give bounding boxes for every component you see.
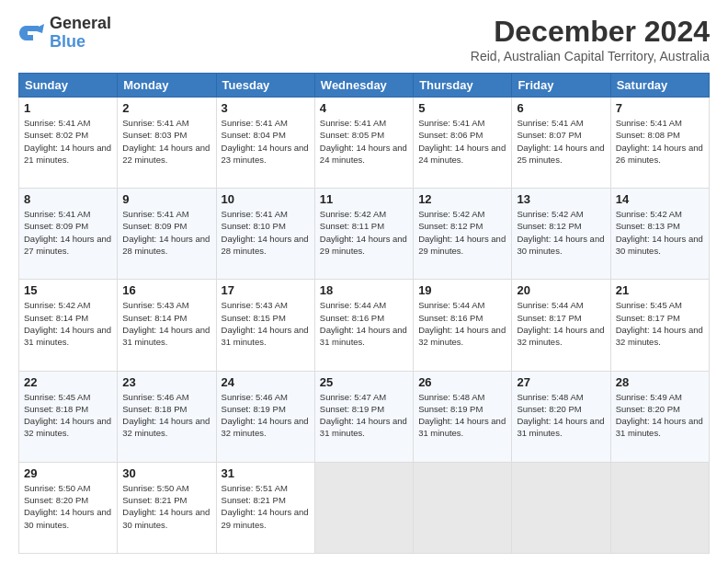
table-row: 30 Sunrise: 5:50 AMSunset: 8:21 PMDaylig… (118, 462, 216, 553)
day-number: 29 (24, 466, 112, 480)
table-row: 23 Sunrise: 5:46 AMSunset: 8:18 PMDaylig… (118, 371, 216, 462)
day-info: Sunrise: 5:41 AMSunset: 8:09 PMDaylight:… (24, 208, 112, 257)
table-row (610, 462, 709, 553)
day-info: Sunrise: 5:43 AMSunset: 8:14 PMDaylight:… (122, 299, 210, 348)
day-number: 7 (616, 101, 704, 115)
col-sunday: Sunday (19, 74, 118, 98)
table-row: 3 Sunrise: 5:41 AMSunset: 8:04 PMDayligh… (216, 98, 314, 189)
table-row: 31 Sunrise: 5:51 AMSunset: 8:21 PMDaylig… (216, 462, 314, 553)
day-number: 18 (320, 283, 408, 297)
table-row: 11 Sunrise: 5:42 AMSunset: 8:11 PMDaylig… (314, 189, 413, 280)
table-row: 17 Sunrise: 5:43 AMSunset: 8:15 PMDaylig… (216, 280, 314, 371)
day-info: Sunrise: 5:41 AMSunset: 8:09 PMDaylight:… (122, 208, 210, 257)
table-row: 29 Sunrise: 5:50 AMSunset: 8:20 PMDaylig… (19, 462, 118, 553)
table-row: 2 Sunrise: 5:41 AMSunset: 8:03 PMDayligh… (118, 98, 216, 189)
table-row: 4 Sunrise: 5:41 AMSunset: 8:05 PMDayligh… (314, 98, 413, 189)
day-number: 3 (222, 101, 310, 115)
col-saturday: Saturday (610, 74, 709, 98)
day-number: 26 (418, 375, 506, 389)
table-row (314, 462, 413, 553)
table-row: 15 Sunrise: 5:42 AMSunset: 8:14 PMDaylig… (19, 280, 118, 371)
table-row: 9 Sunrise: 5:41 AMSunset: 8:09 PMDayligh… (118, 189, 216, 280)
day-number: 12 (418, 192, 506, 206)
day-info: Sunrise: 5:41 AMSunset: 8:03 PMDaylight:… (122, 117, 210, 166)
day-info: Sunrise: 5:45 AMSunset: 8:17 PMDaylight:… (616, 299, 704, 348)
logo-icon (18, 22, 46, 44)
day-info: Sunrise: 5:50 AMSunset: 8:21 PMDaylight:… (122, 482, 210, 531)
day-info: Sunrise: 5:44 AMSunset: 8:16 PMDaylight:… (418, 299, 506, 348)
calendar-week-row: 29 Sunrise: 5:50 AMSunset: 8:20 PMDaylig… (19, 462, 710, 553)
day-number: 28 (616, 375, 704, 389)
day-number: 6 (517, 101, 605, 115)
day-number: 1 (24, 101, 112, 115)
day-number: 24 (222, 375, 310, 389)
day-info: Sunrise: 5:44 AMSunset: 8:16 PMDaylight:… (320, 299, 408, 348)
day-info: Sunrise: 5:41 AMSunset: 8:02 PMDaylight:… (24, 117, 112, 166)
day-info: Sunrise: 5:42 AMSunset: 8:12 PMDaylight:… (418, 208, 506, 257)
table-row: 21 Sunrise: 5:45 AMSunset: 8:17 PMDaylig… (610, 280, 709, 371)
calendar-week-row: 22 Sunrise: 5:45 AMSunset: 8:18 PMDaylig… (19, 371, 710, 462)
day-info: Sunrise: 5:50 AMSunset: 8:20 PMDaylight:… (24, 482, 112, 531)
day-number: 15 (24, 283, 112, 297)
day-number: 19 (418, 283, 506, 297)
table-row: 10 Sunrise: 5:41 AMSunset: 8:10 PMDaylig… (216, 189, 314, 280)
table-row: 22 Sunrise: 5:45 AMSunset: 8:18 PMDaylig… (19, 371, 118, 462)
table-row: 8 Sunrise: 5:41 AMSunset: 8:09 PMDayligh… (19, 189, 118, 280)
col-thursday: Thursday (414, 74, 512, 98)
table-row: 5 Sunrise: 5:41 AMSunset: 8:06 PMDayligh… (414, 98, 512, 189)
day-number: 30 (122, 466, 210, 480)
table-row: 6 Sunrise: 5:41 AMSunset: 8:07 PMDayligh… (512, 98, 610, 189)
day-info: Sunrise: 5:47 AMSunset: 8:19 PMDaylight:… (320, 391, 408, 440)
logo: General Blue (18, 15, 111, 52)
col-friday: Friday (512, 74, 610, 98)
calendar-week-row: 1 Sunrise: 5:41 AMSunset: 8:02 PMDayligh… (19, 98, 710, 189)
table-row: 24 Sunrise: 5:46 AMSunset: 8:19 PMDaylig… (216, 371, 314, 462)
table-row: 25 Sunrise: 5:47 AMSunset: 8:19 PMDaylig… (314, 371, 413, 462)
day-info: Sunrise: 5:41 AMSunset: 8:08 PMDaylight:… (616, 117, 704, 166)
table-row: 18 Sunrise: 5:44 AMSunset: 8:16 PMDaylig… (314, 280, 413, 371)
day-info: Sunrise: 5:41 AMSunset: 8:05 PMDaylight:… (320, 117, 408, 166)
table-row: 28 Sunrise: 5:49 AMSunset: 8:20 PMDaylig… (610, 371, 709, 462)
table-row: 26 Sunrise: 5:48 AMSunset: 8:19 PMDaylig… (414, 371, 512, 462)
day-number: 23 (122, 375, 210, 389)
day-number: 16 (122, 283, 210, 297)
day-number: 14 (616, 192, 704, 206)
table-row: 1 Sunrise: 5:41 AMSunset: 8:02 PMDayligh… (19, 98, 118, 189)
day-info: Sunrise: 5:49 AMSunset: 8:20 PMDaylight:… (616, 391, 704, 440)
table-row: 7 Sunrise: 5:41 AMSunset: 8:08 PMDayligh… (610, 98, 709, 189)
day-number: 10 (222, 192, 310, 206)
day-number: 21 (616, 283, 704, 297)
calendar-header-row: Sunday Monday Tuesday Wednesday Thursday… (19, 74, 710, 98)
day-info: Sunrise: 5:42 AMSunset: 8:14 PMDaylight:… (24, 299, 112, 348)
table-row: 27 Sunrise: 5:48 AMSunset: 8:20 PMDaylig… (512, 371, 610, 462)
day-info: Sunrise: 5:41 AMSunset: 8:07 PMDaylight:… (517, 117, 605, 166)
table-row (414, 462, 512, 553)
day-number: 27 (517, 375, 605, 389)
day-info: Sunrise: 5:43 AMSunset: 8:15 PMDaylight:… (222, 299, 310, 348)
day-number: 11 (320, 192, 408, 206)
table-row: 14 Sunrise: 5:42 AMSunset: 8:13 PMDaylig… (610, 189, 709, 280)
col-tuesday: Tuesday (216, 74, 314, 98)
day-info: Sunrise: 5:41 AMSunset: 8:10 PMDaylight:… (222, 208, 310, 257)
col-monday: Monday (118, 74, 216, 98)
logo-text: General Blue (50, 15, 111, 52)
calendar-week-row: 8 Sunrise: 5:41 AMSunset: 8:09 PMDayligh… (19, 189, 710, 280)
day-number: 22 (24, 375, 112, 389)
table-row: 16 Sunrise: 5:43 AMSunset: 8:14 PMDaylig… (118, 280, 216, 371)
title-block: December 2024 Reid, Australian Capital T… (471, 15, 710, 63)
day-number: 20 (517, 283, 605, 297)
day-number: 13 (517, 192, 605, 206)
day-number: 4 (320, 101, 408, 115)
table-row: 12 Sunrise: 5:42 AMSunset: 8:12 PMDaylig… (414, 189, 512, 280)
table-row: 20 Sunrise: 5:44 AMSunset: 8:17 PMDaylig… (512, 280, 610, 371)
day-info: Sunrise: 5:45 AMSunset: 8:18 PMDaylight:… (24, 391, 112, 440)
calendar-week-row: 15 Sunrise: 5:42 AMSunset: 8:14 PMDaylig… (19, 280, 710, 371)
table-row: 19 Sunrise: 5:44 AMSunset: 8:16 PMDaylig… (414, 280, 512, 371)
day-info: Sunrise: 5:46 AMSunset: 8:19 PMDaylight:… (222, 391, 310, 440)
day-info: Sunrise: 5:51 AMSunset: 8:21 PMDaylight:… (222, 482, 310, 531)
header: General Blue December 2024 Reid, Austral… (18, 15, 710, 63)
subtitle: Reid, Australian Capital Territory, Aust… (471, 49, 710, 63)
day-info: Sunrise: 5:42 AMSunset: 8:11 PMDaylight:… (320, 208, 408, 257)
main-title: December 2024 (471, 15, 710, 49)
calendar-table: Sunday Monday Tuesday Wednesday Thursday… (18, 73, 710, 554)
